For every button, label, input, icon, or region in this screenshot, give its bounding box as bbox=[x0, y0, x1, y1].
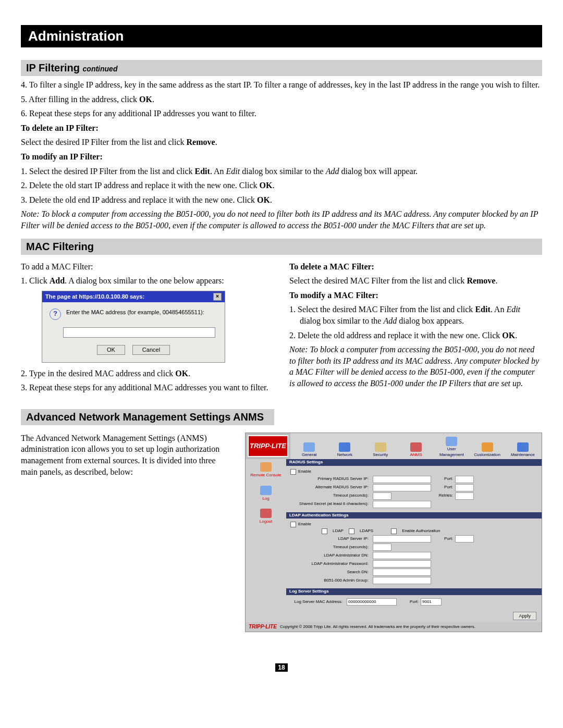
tab-network[interactable]: Network bbox=[328, 442, 361, 458]
radius-retries-input[interactable] bbox=[455, 492, 474, 500]
txt: Network bbox=[337, 452, 352, 457]
txt: 1. Select the desired MAC Filter from th… bbox=[289, 305, 475, 314]
sidebar-log[interactable]: Log bbox=[246, 486, 286, 502]
anms-screenshot: TRIPP·LITE General Network Security ANMS… bbox=[245, 433, 542, 632]
txt: 2. Type in the desired MAC address and c… bbox=[21, 369, 175, 378]
tripp-lite-mini-logo: TRIPP·LITE bbox=[249, 623, 277, 631]
mac-del-heading: To delete a MAC Filter: bbox=[289, 262, 374, 271]
anms-toolbar: General Network Security ANMS User Manag… bbox=[290, 433, 542, 459]
log-mac-input[interactable]: 000000000000 bbox=[347, 598, 397, 606]
ldap-server-ip-input[interactable] bbox=[373, 535, 431, 542]
txt: . bbox=[152, 95, 154, 104]
txt: Add bbox=[50, 276, 65, 285]
sidebar-logout[interactable]: Logout bbox=[246, 509, 286, 525]
txt: . bbox=[215, 138, 217, 146]
tab-security[interactable]: Security bbox=[364, 442, 397, 458]
mac-add-intro: To add a MAC Filter: bbox=[21, 261, 274, 273]
ip-step6: 6. Repeat these steps for any additional… bbox=[21, 108, 542, 119]
txt: dialog box will appear. bbox=[339, 167, 418, 176]
mac-a1: 1. Click Add. A dialog box similar to th… bbox=[21, 275, 274, 287]
txt: 3. Delete the old end IP address and rep… bbox=[21, 195, 257, 204]
lbl: Primary RADIUS Server IP: bbox=[290, 476, 371, 482]
ldap-port-input[interactable] bbox=[455, 535, 474, 542]
txt: 5. After filling in the address, click bbox=[21, 95, 139, 104]
enable-radius-checkbox[interactable] bbox=[290, 469, 296, 475]
mac-a2: 2. Type in the desired MAC address and c… bbox=[21, 368, 274, 379]
lbl: Port: bbox=[433, 485, 453, 490]
question-icon: ? bbox=[50, 309, 61, 320]
cancel-button[interactable]: Cancel bbox=[132, 345, 170, 355]
ip-m3: 3. Delete the old end IP address and rep… bbox=[21, 194, 542, 206]
lbl: LDAP Administrator DN: bbox=[290, 553, 371, 559]
tab-general[interactable]: General bbox=[292, 442, 326, 458]
lbl: B051-000 Admin Group: bbox=[290, 578, 371, 584]
txt: . An bbox=[491, 305, 507, 314]
apply-button[interactable]: Apply bbox=[513, 612, 536, 620]
radius-heading: RADIUS Settings bbox=[286, 459, 542, 466]
txt: dialog box similar to the bbox=[300, 316, 383, 325]
ip-filter-heading: IP Filtering bbox=[26, 62, 80, 73]
txt: Add bbox=[383, 316, 397, 325]
ldap-radio[interactable] bbox=[322, 528, 327, 534]
log-port-input[interactable]: 9001 bbox=[421, 598, 442, 606]
txt: User Management bbox=[439, 447, 464, 457]
lbl: Port: bbox=[433, 476, 453, 482]
txt: dialog box appears. bbox=[397, 316, 464, 325]
tab-anms[interactable]: ANMS bbox=[399, 442, 433, 458]
alt-radius-ip-input[interactable] bbox=[373, 484, 431, 491]
txt: 2. Delete the old start IP address and r… bbox=[21, 181, 260, 190]
ip-step5: 5. After filling in the address, click O… bbox=[21, 94, 542, 105]
lbl: LDAPS bbox=[360, 528, 373, 534]
lbl: LDAP Administrator Password: bbox=[290, 561, 371, 567]
lbl: Alternate RADIUS Server IP: bbox=[290, 485, 371, 490]
txt: . An bbox=[210, 167, 226, 176]
mac-a3: 3. Repeat these steps for any additional… bbox=[21, 382, 274, 393]
tab-maintenance[interactable]: Maintenance bbox=[506, 442, 540, 458]
sidebar-remote-console[interactable]: Remote Console bbox=[246, 462, 286, 478]
ldaps-radio[interactable] bbox=[349, 528, 354, 534]
ldap-admin-dn-input[interactable] bbox=[373, 552, 431, 559]
section-ip-filtering: IP Filtering continued bbox=[21, 60, 542, 76]
ip-note: Note: To block a computer from accessing… bbox=[21, 208, 542, 231]
dialog-message: Enter the MAC address (for example, 0048… bbox=[66, 309, 217, 316]
primary-radius-ip-input[interactable] bbox=[373, 476, 431, 483]
ip-modify-heading: To modify an IP Filter: bbox=[21, 152, 103, 161]
search-dn-input[interactable] bbox=[373, 569, 431, 576]
mac-address-input[interactable] bbox=[63, 327, 215, 338]
tab-user-management[interactable]: User Management bbox=[435, 437, 468, 458]
close-icon[interactable]: × bbox=[213, 293, 222, 301]
txt: OK bbox=[175, 369, 188, 378]
lbl: Timeout (seconds): bbox=[290, 493, 371, 499]
page-title-bar: Administration bbox=[21, 25, 542, 47]
mac-dialog: The page at https://10.0.100.80 says: × … bbox=[42, 291, 225, 363]
ldap-timeout-input[interactable] bbox=[373, 544, 391, 551]
admin-group-input[interactable] bbox=[373, 577, 431, 584]
txt: . bbox=[270, 195, 272, 204]
primary-radius-port-input[interactable] bbox=[455, 476, 474, 483]
ip-filter-heading-sub: continued bbox=[83, 65, 118, 73]
txt: Edit bbox=[226, 167, 240, 176]
ok-button[interactable]: OK bbox=[97, 345, 125, 355]
enable-ldap-checkbox[interactable] bbox=[290, 522, 296, 527]
enable-auth-checkbox[interactable] bbox=[391, 528, 397, 534]
txt: OK bbox=[502, 331, 515, 340]
txt: Remove bbox=[467, 276, 495, 285]
ip-delete-text: Select the desired IP Filter from the li… bbox=[21, 137, 542, 148]
txt: . bbox=[495, 276, 497, 285]
ldap-admin-pw-input[interactable] bbox=[373, 560, 431, 567]
txt: 2. Delete the old address and replace it… bbox=[289, 331, 502, 340]
lbl: Search DN: bbox=[290, 570, 371, 575]
tab-customization[interactable]: Customization bbox=[470, 442, 504, 458]
txt: 1. Click bbox=[21, 276, 50, 285]
ip-step4: 4. To filter a single IP address, key in… bbox=[21, 79, 542, 91]
txt: Select the desired MAC Filter from the l… bbox=[289, 276, 467, 285]
txt: Security bbox=[373, 452, 388, 457]
radius-timeout-input[interactable] bbox=[373, 492, 391, 500]
ip-m1: 1. Select the desired IP Filter from the… bbox=[21, 166, 542, 177]
shared-secret-input[interactable] bbox=[373, 501, 431, 508]
mac-note: Note: To block a computer from accessing… bbox=[289, 344, 542, 389]
section-mac-filtering: MAC Filtering bbox=[21, 239, 542, 255]
txt: Log bbox=[262, 496, 269, 501]
alt-radius-port-input[interactable] bbox=[455, 484, 474, 491]
txt: OK bbox=[260, 181, 273, 190]
